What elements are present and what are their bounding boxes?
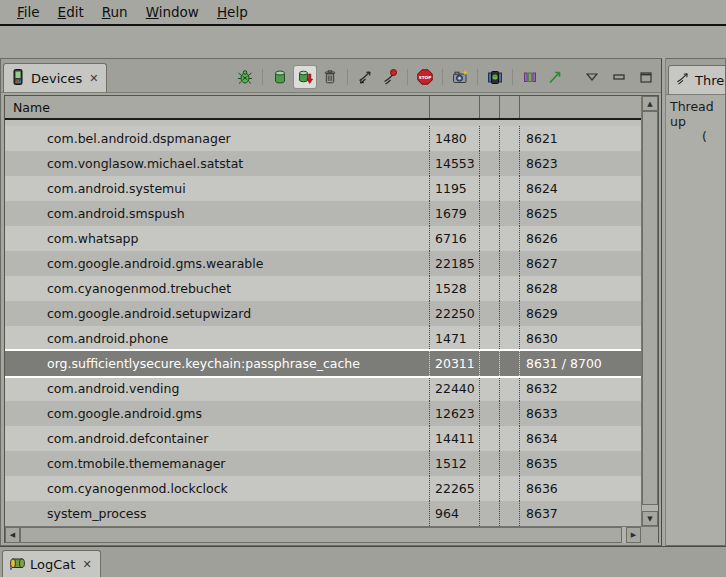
process-col3 — [479, 126, 499, 151]
table-row[interactable]: com.cyanogenmod.trebuchet15288628 — [5, 276, 641, 301]
process-col3 — [479, 276, 499, 301]
scroll-left-icon[interactable]: ◀ — [5, 527, 20, 543]
process-name: com.android.smspush — [5, 201, 429, 226]
update-threads-icon[interactable] — [354, 66, 376, 88]
process-col3 — [479, 501, 499, 526]
column-header-col4[interactable] — [499, 96, 519, 118]
table-row[interactable]: com.android.defcontainer144118634 — [5, 426, 641, 451]
start-method-profiling-icon[interactable] — [379, 66, 401, 88]
process-col3 — [479, 451, 499, 476]
threads-icon — [675, 71, 690, 89]
screen-capture-icon[interactable] — [449, 66, 471, 88]
column-header-pid[interactable] — [429, 96, 479, 118]
view-menu-icon[interactable] — [583, 68, 601, 86]
menu-run[interactable]: Run — [93, 1, 137, 23]
horizontal-scrollbar[interactable]: ◀ ▶ — [5, 526, 641, 543]
process-pid: 1471 — [429, 326, 479, 351]
devices-toolbar: STOP — [234, 59, 655, 95]
process-port: 8626 — [519, 226, 641, 251]
table-row[interactable]: system_process9648637 — [5, 501, 641, 526]
process-pid: 6716 — [429, 226, 479, 251]
toolbar-separator — [262, 69, 263, 85]
process-name: com.google.android.setupwizard — [5, 301, 429, 326]
table-row[interactable]: com.google.android.setupwizard222508629 — [5, 301, 641, 326]
table-row[interactable]: com.android.systemui11958624 — [5, 176, 641, 201]
process-name: com.tmobile.thememanager — [5, 451, 429, 476]
table-row[interactable]: com.android.smspush16798625 — [5, 201, 641, 226]
table-row[interactable]: com.bel.android.dspmanager14808621 — [5, 126, 641, 151]
toolbar-separator — [407, 69, 408, 85]
capture-screens-icon[interactable] — [484, 66, 506, 88]
column-header-name[interactable]: Name — [5, 96, 429, 118]
process-name: com.google.android.gms — [5, 401, 429, 426]
scroll-right-icon[interactable]: ▶ — [626, 527, 641, 543]
tab-threads[interactable]: Threa — [668, 65, 726, 94]
process-pid: 1679 — [429, 201, 479, 226]
vertical-scrollbar-thumb[interactable] — [642, 111, 658, 505]
systrace-icon[interactable] — [544, 66, 566, 88]
minimize-icon[interactable] — [610, 68, 628, 86]
process-name: com.android.defcontainer — [5, 426, 429, 451]
process-col4 — [499, 351, 519, 376]
column-header-col3[interactable] — [479, 96, 499, 118]
process-port: 8625 — [519, 201, 641, 226]
process-pid: 964 — [429, 501, 479, 526]
table-row[interactable]: com.vonglasow.michael.satstat145538623 — [5, 151, 641, 176]
process-col4 — [499, 376, 519, 401]
table-row[interactable]: com.google.android.gms.wearable221858627 — [5, 251, 641, 276]
process-name: com.whatsapp — [5, 226, 429, 251]
process-col4 — [499, 326, 519, 351]
table-row[interactable]: com.android.phone14718630 — [5, 326, 641, 351]
device-rows: com.bel.android.dspmanager14808621com.vo… — [5, 120, 641, 526]
menu-edit[interactable]: Edit — [49, 1, 93, 23]
process-table: Name com.bel.android.dspmanager14808621c… — [4, 95, 659, 543]
toolbar-separator — [442, 69, 443, 85]
debug-process-icon[interactable] — [234, 66, 256, 88]
process-port: 8635 — [519, 451, 641, 476]
tab-logcat-close-icon[interactable]: ✕ — [80, 558, 91, 571]
dump-hprof-icon[interactable] — [294, 66, 316, 88]
process-port: 8627 — [519, 251, 641, 276]
scroll-down-icon[interactable]: ▼ — [642, 511, 658, 526]
threads-message-line2: ( — [666, 129, 725, 144]
process-port: 8637 — [519, 501, 641, 526]
process-pid: 22440 — [429, 376, 479, 401]
tab-threads-label: Threa — [695, 73, 726, 88]
table-row[interactable]: com.google.android.gms126238633 — [5, 401, 641, 426]
scroll-up-icon[interactable]: ▲ — [642, 96, 658, 111]
logcat-icon — [9, 555, 25, 574]
menu-help[interactable]: Help — [208, 1, 257, 23]
stop-label: STOP — [419, 75, 432, 80]
process-port: 8621 — [519, 126, 641, 151]
menu-file[interactable]: File — [8, 1, 49, 23]
process-name: com.android.systemui — [5, 176, 429, 201]
tab-logcat-label: LogCat — [30, 557, 75, 572]
process-col3 — [479, 301, 499, 326]
table-row[interactable]: com.android.vending224408632 — [5, 376, 641, 401]
column-header-port[interactable] — [519, 96, 641, 118]
opengl-trace-icon[interactable] — [519, 66, 541, 88]
process-port: 8633 — [519, 401, 641, 426]
table-row[interactable]: org.sufficientlysecure.keychain:passphra… — [5, 351, 641, 376]
cause-gc-icon[interactable] — [319, 66, 341, 88]
process-col4 — [499, 301, 519, 326]
update-heap-icon[interactable] — [269, 66, 291, 88]
process-name: com.bel.android.dspmanager — [5, 126, 429, 151]
maximize-icon[interactable] — [637, 68, 655, 86]
horizontal-scrollbar-thumb[interactable] — [20, 527, 622, 543]
menu-window[interactable]: Window — [137, 1, 208, 23]
process-pid: 14411 — [429, 426, 479, 451]
process-port: 8636 — [519, 476, 641, 501]
process-col4 — [499, 426, 519, 451]
vertical-scrollbar[interactable]: ▲ ▼ — [641, 96, 658, 526]
table-row[interactable]: com.whatsapp67168626 — [5, 226, 641, 251]
process-port: 8630 — [519, 326, 641, 351]
process-col4 — [499, 126, 519, 151]
tab-logcat[interactable]: LogCat ✕ — [2, 550, 101, 577]
threads-panel: Threa Thread up ( — [666, 58, 726, 546]
table-row[interactable]: com.tmobile.thememanager15128635 — [5, 451, 641, 476]
stop-process-icon[interactable]: STOP — [414, 66, 436, 88]
tab-devices[interactable]: Devices ✕ — [3, 63, 107, 92]
tab-devices-close-icon[interactable]: ✕ — [87, 72, 98, 85]
table-row[interactable]: com.cyanogenmod.lockclock222658636 — [5, 476, 641, 501]
